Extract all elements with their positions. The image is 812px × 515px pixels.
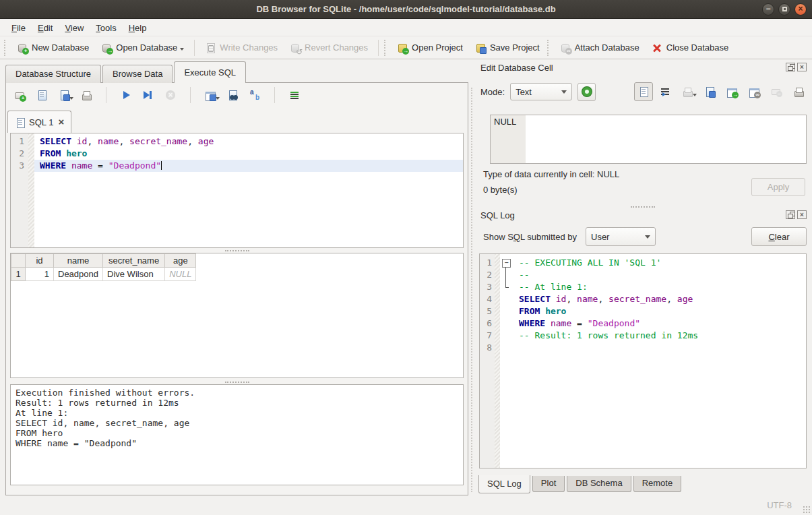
- tab-execute-sql[interactable]: Execute SQL: [174, 61, 246, 83]
- export-cell-button[interactable]: [703, 85, 716, 98]
- close-icon[interactable]: ×: [794, 3, 807, 16]
- toolbar-grip[interactable]: [4, 40, 7, 56]
- splitter-handle[interactable]: [474, 205, 812, 208]
- open-database-button[interactable]: Open Database: [95, 40, 190, 56]
- vertical-splitter[interactable]: [471, 88, 472, 492]
- save-project-button[interactable]: Save Project: [469, 40, 546, 56]
- format-sql-icon: [289, 90, 300, 100]
- tab-remote[interactable]: Remote: [633, 476, 682, 492]
- column-header[interactable]: age: [165, 254, 196, 268]
- code-line-1[interactable]: 1SELECT id, name, secret_name, age: [11, 135, 463, 148]
- close-tab-icon[interactable]: ×: [58, 118, 64, 126]
- open-sql-file-button[interactable]: [35, 88, 49, 102]
- execute-all-button[interactable]: [119, 88, 133, 102]
- revert-changes-button[interactable]: Revert Changes: [284, 40, 374, 56]
- find-button[interactable]: [226, 88, 239, 102]
- cell-editor[interactable]: NULL: [490, 115, 807, 164]
- database-open-icon: [101, 42, 112, 53]
- sql-file-tab[interactable]: SQL 1 ×: [7, 111, 71, 133]
- float-panel-icon[interactable]: [786, 210, 795, 219]
- copy-link-button[interactable]: [747, 85, 761, 98]
- code-line-2[interactable]: 2FROM hero: [11, 148, 463, 160]
- apply-button[interactable]: Apply: [751, 178, 805, 196]
- code-line-3[interactable]: 3-- At line 1:: [480, 281, 806, 293]
- tab-plot[interactable]: Plot: [532, 476, 565, 492]
- print-sql-button[interactable]: [80, 88, 93, 102]
- clear-button[interactable]: Clear: [751, 227, 807, 246]
- import-icon: [682, 86, 693, 97]
- resize-grip[interactable]: [803, 506, 810, 513]
- tab-browse-data[interactable]: Browse Data: [102, 65, 173, 83]
- float-panel-icon[interactable]: [786, 63, 795, 71]
- tab-sql-log[interactable]: SQL Log: [478, 475, 530, 493]
- code-line-7[interactable]: 7-- Result: 1 rows returned in 12ms: [480, 330, 806, 342]
- column-header[interactable]: id: [26, 254, 54, 268]
- stop-button[interactable]: [164, 88, 177, 102]
- maximize-icon[interactable]: [778, 3, 790, 16]
- splitter-handle[interactable]: [6, 249, 468, 252]
- code-line-1[interactable]: 1-- EXECUTING ALL IN 'SQL 1': [480, 257, 806, 269]
- set-null-button[interactable]: [770, 85, 783, 98]
- tab-database-structure[interactable]: Database Structure: [5, 65, 101, 83]
- apply-mode-button[interactable]: [577, 83, 596, 101]
- save-sql-file-button[interactable]: [57, 88, 71, 102]
- table-cell[interactable]: Deadpond: [54, 268, 103, 281]
- sql-editor[interactable]: 1SELECT id, name, secret_name, age2FROM …: [10, 133, 464, 248]
- code-line-5[interactable]: 5FROM hero: [480, 305, 806, 317]
- close-panel-icon[interactable]: ×: [797, 210, 807, 219]
- code-line-6[interactable]: 6WHERE name = "Deadpond": [480, 317, 806, 330]
- open-external-button[interactable]: [725, 85, 739, 98]
- window-controls: − ×: [762, 3, 807, 16]
- menu-view[interactable]: View: [59, 21, 90, 35]
- dock-buttons: ×: [786, 210, 807, 219]
- table-cell[interactable]: Dive Wilson: [103, 268, 165, 281]
- code-line-2[interactable]: 2--: [480, 269, 806, 281]
- format-sql-button[interactable]: [288, 88, 301, 102]
- menu-tools[interactable]: Tools: [90, 21, 122, 35]
- menu-file[interactable]: File: [5, 21, 32, 35]
- row-header[interactable]: 1: [11, 268, 26, 281]
- execute-current-line-button[interactable]: [142, 88, 155, 102]
- close-panel-icon[interactable]: ×: [797, 63, 807, 71]
- code-line-8[interactable]: 8: [480, 342, 806, 354]
- menu-help[interactable]: Help: [123, 21, 153, 35]
- table-cell[interactable]: 1: [26, 268, 54, 281]
- new-tab-button[interactable]: [13, 88, 26, 102]
- new-tab-icon: [14, 90, 25, 100]
- button-label: Write Changes: [220, 42, 278, 53]
- tab-db-schema[interactable]: DB Schema: [567, 476, 631, 492]
- toolbar-grip[interactable]: [547, 40, 551, 56]
- sql-file-tabbar: SQL 1 ×: [7, 111, 71, 133]
- splitter-handle[interactable]: [6, 380, 468, 384]
- open-project-button[interactable]: Open Project: [391, 40, 469, 56]
- write-changes-button[interactable]: Write Changes: [199, 40, 284, 56]
- sql-log-view[interactable]: 1-- EXECUTING ALL IN 'SQL 1'2--3-- At li…: [479, 253, 807, 468]
- column-header[interactable]: secret_name: [103, 254, 165, 268]
- word-wrap-button[interactable]: [658, 85, 672, 98]
- cell-value: NULL: [491, 115, 526, 163]
- dropdown-caret-icon: [216, 97, 220, 102]
- attach-database-button[interactable]: Attach Database: [554, 40, 646, 56]
- print-cell-button[interactable]: [792, 85, 805, 98]
- minimize-icon[interactable]: −: [762, 3, 774, 16]
- text-mode-button[interactable]: [634, 82, 653, 101]
- new-database-button[interactable]: New Database: [11, 40, 95, 56]
- column-header[interactable]: name: [54, 254, 103, 268]
- set-null-icon: [771, 86, 782, 97]
- code-line-4[interactable]: 4SELECT id, name, secret_name, age: [480, 293, 806, 305]
- write-changes-icon: [205, 42, 216, 53]
- submitter-select[interactable]: User: [586, 227, 656, 246]
- close-database-button[interactable]: Close Database: [646, 40, 735, 56]
- mode-select[interactable]: Text: [510, 83, 572, 100]
- replace-button[interactable]: [248, 88, 261, 102]
- table-row[interactable]: 11DeadpondDive WilsonNULL: [11, 268, 196, 281]
- titlebar[interactable]: DB Browser for SQLite - /home/user/code/…: [0, 0, 812, 19]
- submitter-value: User: [591, 232, 609, 242]
- menu-edit[interactable]: Edit: [32, 21, 59, 35]
- button-label: Open Project: [412, 42, 463, 53]
- export-button[interactable]: [204, 88, 217, 102]
- toolbar-grip[interactable]: [384, 40, 387, 56]
- import-cell-button[interactable]: [681, 85, 694, 98]
- code-line-3[interactable]: 3WHERE name = "Deadpond": [11, 160, 463, 172]
- table-cell[interactable]: NULL: [165, 268, 196, 281]
